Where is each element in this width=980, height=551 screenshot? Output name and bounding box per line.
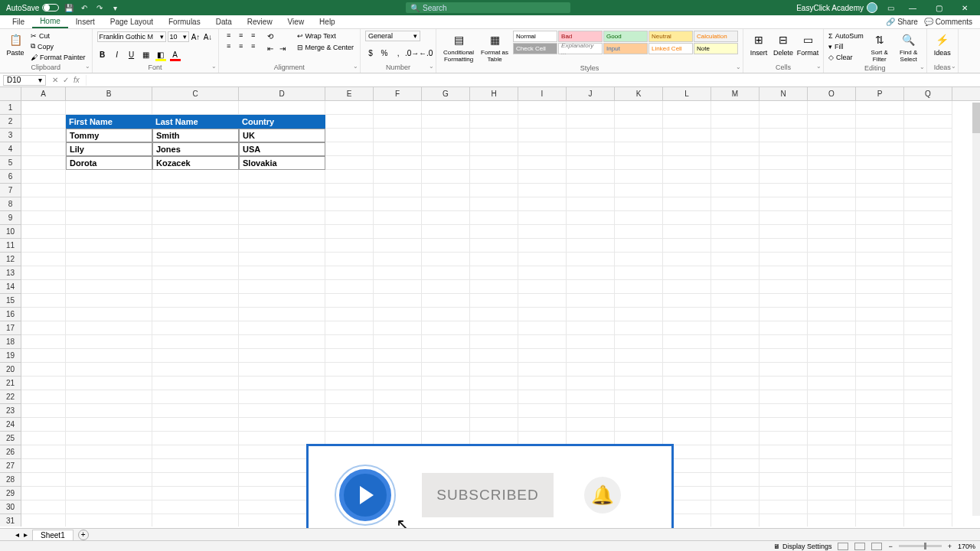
cell-O17[interactable] <box>808 321 856 335</box>
cell-P24[interactable] <box>856 418 904 432</box>
cell-O9[interactable] <box>808 211 856 225</box>
cell-H6[interactable] <box>470 170 518 184</box>
sheet-nav-prev[interactable]: ◂ <box>15 530 19 539</box>
cell-A31[interactable] <box>21 514 66 527</box>
cell-G5[interactable] <box>422 156 470 170</box>
cell-D7[interactable] <box>239 184 325 197</box>
style-note[interactable]: Note <box>694 43 738 54</box>
row-header-29[interactable]: 29 <box>0 487 21 500</box>
cell-Q23[interactable] <box>904 404 952 418</box>
cell-M21[interactable] <box>711 377 760 390</box>
cell-I1[interactable] <box>518 101 567 115</box>
cell-F9[interactable] <box>374 211 422 225</box>
cell-C13[interactable] <box>152 266 239 280</box>
cell-P13[interactable] <box>856 266 904 280</box>
tab-view[interactable]: View <box>280 16 312 28</box>
cell-E12[interactable] <box>325 253 374 266</box>
cell-F24[interactable] <box>374 418 422 432</box>
cell-K7[interactable] <box>615 184 663 197</box>
cell-D22[interactable] <box>239 390 325 404</box>
cell-K23[interactable] <box>615 404 663 418</box>
align-top[interactable]: ≡ <box>224 31 234 40</box>
cell-N4[interactable] <box>760 142 808 156</box>
cell-L22[interactable] <box>663 390 711 404</box>
cell-A24[interactable] <box>21 418 66 432</box>
cell-J5[interactable] <box>567 156 615 170</box>
cell-B7[interactable] <box>66 184 152 197</box>
cell-G18[interactable] <box>422 335 470 349</box>
cell-I12[interactable] <box>518 253 567 266</box>
cell-C1[interactable] <box>152 101 239 115</box>
cell-L23[interactable] <box>663 404 711 418</box>
cell-O3[interactable] <box>808 129 856 142</box>
cell-B4[interactable]: Lily <box>66 142 152 156</box>
increase-decimal[interactable]: .0→ <box>407 47 417 58</box>
cell-Q20[interactable] <box>904 363 952 377</box>
cell-Q4[interactable] <box>904 142 952 156</box>
cell-C8[interactable] <box>152 197 239 211</box>
cell-G24[interactable] <box>422 418 470 432</box>
cell-H5[interactable] <box>470 156 518 170</box>
cell-F5[interactable] <box>374 156 422 170</box>
cell-E4[interactable] <box>325 142 374 156</box>
save-icon[interactable]: 💾 <box>64 2 74 13</box>
cell-E19[interactable] <box>325 349 374 363</box>
tab-page-layout[interactable]: Page Layout <box>103 16 161 28</box>
cell-C5[interactable]: Kozacek <box>152 156 239 170</box>
cell-F1[interactable] <box>374 101 422 115</box>
font-name-select[interactable]: Franklin Gothic M▾ <box>97 31 166 42</box>
cell-A14[interactable] <box>21 280 66 294</box>
cell-I22[interactable] <box>518 390 567 404</box>
col-header-N[interactable]: N <box>760 87 808 100</box>
col-header-O[interactable]: O <box>808 87 856 100</box>
cell-I10[interactable] <box>518 225 567 239</box>
cell-G19[interactable] <box>422 349 470 363</box>
cell-C22[interactable] <box>152 390 239 404</box>
cell-O27[interactable] <box>808 459 856 473</box>
cell-O5[interactable] <box>808 156 856 170</box>
cell-K3[interactable] <box>615 129 663 142</box>
cell-F21[interactable] <box>374 377 422 390</box>
cell-H8[interactable] <box>470 197 518 211</box>
cell-O7[interactable] <box>808 184 856 197</box>
cell-F2[interactable] <box>374 115 422 129</box>
cell-C3[interactable]: Smith <box>152 129 239 142</box>
cell-F16[interactable] <box>374 308 422 321</box>
cell-G13[interactable] <box>422 266 470 280</box>
cell-C9[interactable] <box>152 211 239 225</box>
cell-H21[interactable] <box>470 377 518 390</box>
cell-J1[interactable] <box>567 101 615 115</box>
cell-K16[interactable] <box>615 308 663 321</box>
cell-P11[interactable] <box>856 239 904 253</box>
cell-C11[interactable] <box>152 239 239 253</box>
cell-P14[interactable] <box>856 280 904 294</box>
cell-A10[interactable] <box>21 225 66 239</box>
cell-Q15[interactable] <box>904 294 952 308</box>
cell-F7[interactable] <box>374 184 422 197</box>
cell-J20[interactable] <box>567 363 615 377</box>
cell-M19[interactable] <box>711 349 760 363</box>
cell-I11[interactable] <box>518 239 567 253</box>
cell-P2[interactable] <box>856 115 904 129</box>
cell-Q21[interactable] <box>904 377 952 390</box>
cell-I17[interactable] <box>518 321 567 335</box>
cell-H12[interactable] <box>470 253 518 266</box>
col-header-L[interactable]: L <box>663 87 711 100</box>
cell-J2[interactable] <box>567 115 615 129</box>
search-box[interactable]: 🔍 Search <box>406 2 570 13</box>
minimize-button[interactable]: — <box>903 4 922 12</box>
cell-N15[interactable] <box>760 294 808 308</box>
row-header-28[interactable]: 28 <box>0 473 21 487</box>
cell-P3[interactable] <box>856 129 904 142</box>
cell-J6[interactable] <box>567 170 615 184</box>
cell-N18[interactable] <box>760 335 808 349</box>
cell-C25[interactable] <box>152 432 239 445</box>
cell-H9[interactable] <box>470 211 518 225</box>
cell-K4[interactable] <box>615 142 663 156</box>
cell-P25[interactable] <box>856 432 904 445</box>
cell-E13[interactable] <box>325 266 374 280</box>
row-header-25[interactable]: 25 <box>0 432 21 445</box>
cell-D6[interactable] <box>239 170 325 184</box>
cell-A5[interactable] <box>21 156 66 170</box>
cell-Q12[interactable] <box>904 253 952 266</box>
